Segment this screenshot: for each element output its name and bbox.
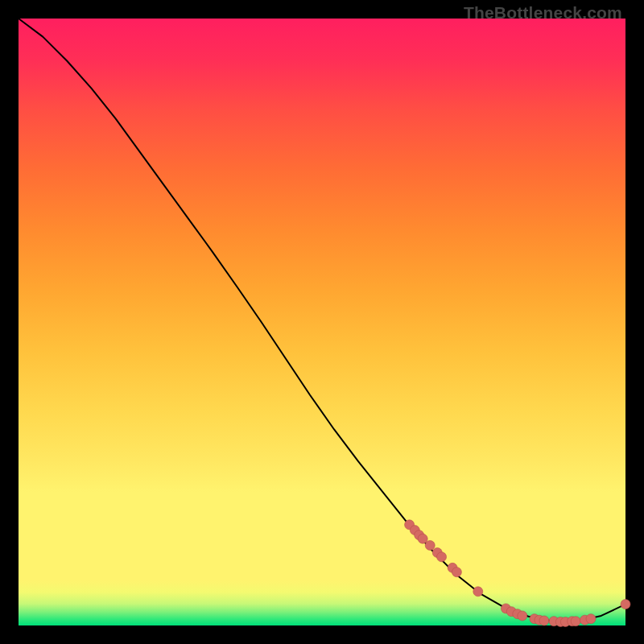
plot-area bbox=[19, 19, 625, 625]
data-points bbox=[405, 520, 630, 627]
data-point bbox=[452, 568, 461, 577]
data-point bbox=[418, 534, 427, 543]
data-point bbox=[586, 614, 596, 624]
data-point bbox=[621, 600, 630, 609]
bottleneck-curve bbox=[19, 19, 625, 621]
data-point bbox=[425, 540, 435, 550]
chart-stage: TheBottleneck.com bbox=[0, 0, 644, 644]
data-point bbox=[518, 611, 527, 621]
data-point bbox=[539, 616, 549, 625]
data-point bbox=[437, 552, 447, 562]
data-point bbox=[473, 587, 483, 597]
plot-svg bbox=[19, 19, 625, 625]
data-point bbox=[571, 617, 580, 626]
